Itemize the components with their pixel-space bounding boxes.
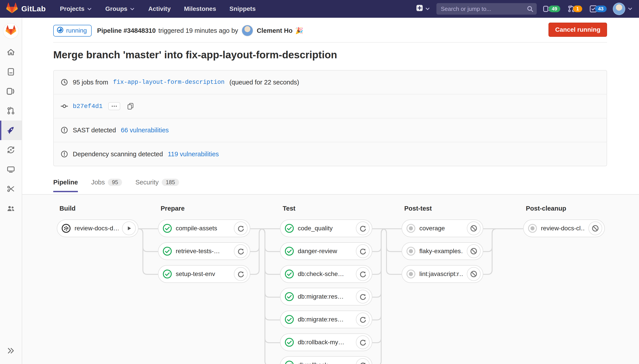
clock-icon xyxy=(61,79,68,86)
copy-commit-icon[interactable] xyxy=(127,103,134,110)
job-pill-db-migrate-res[interactable]: db:migrate:res… xyxy=(280,288,372,306)
nav-item-groups[interactable]: Groups xyxy=(105,5,135,12)
jobs-info-row: 95 jobs from fix-app-layout-form-descrip… xyxy=(54,70,607,94)
job-action-retry-button[interactable] xyxy=(234,222,248,235)
new-menu-button[interactable] xyxy=(416,4,430,13)
author-name[interactable]: Clement Ho xyxy=(257,27,292,34)
sidebar-item-repository[interactable] xyxy=(0,62,22,82)
author-emoji: 🎉 xyxy=(295,27,303,34)
pipeline-status-label: running xyxy=(66,27,87,34)
sidebar-item-merge-requests[interactable] xyxy=(0,101,22,120)
pipeline-title: Pipeline #34848310 triggered 19 minutes … xyxy=(97,25,303,36)
merge-request-side-icon xyxy=(7,106,15,115)
nav-item-milestones[interactable]: Milestones xyxy=(184,5,216,12)
sidebar-item-operations[interactable] xyxy=(0,140,22,160)
job-pill-db-migrate-res[interactable]: db:migrate:res… xyxy=(280,310,372,328)
job-action-cancel-button[interactable] xyxy=(588,222,602,235)
user-menu[interactable] xyxy=(613,3,633,15)
issues-counter[interactable]: 49 xyxy=(543,5,560,13)
commit-sha-link[interactable]: b27ef4d1 xyxy=(73,103,103,110)
job-action-cancel-button[interactable] xyxy=(467,244,481,258)
project-avatar[interactable] xyxy=(3,23,19,39)
gitlab-pipeline-page: GitLab ProjectsGroupsActivityMilestonesS… xyxy=(0,0,639,364)
job-label: review-docs-cl… xyxy=(541,225,585,232)
sidebar-item-snippets[interactable] xyxy=(0,179,22,199)
job-pill-review-docs-d[interactable]: review-docs-d… xyxy=(57,220,138,237)
pipeline-graph: Buildreview-docs-d…Preparecompile-assets… xyxy=(22,194,639,364)
job-pill-flaky-examples[interactable]: flaky-examples… xyxy=(402,242,483,260)
sidebar-expand-button[interactable] xyxy=(0,342,22,360)
sidebar-item-issues[interactable] xyxy=(0,82,22,101)
merge-requests-counter[interactable]: 1 xyxy=(567,5,582,13)
status-success-icon xyxy=(284,246,294,256)
header-divider xyxy=(53,42,607,42)
status-created-icon xyxy=(528,224,537,233)
job-action-retry-button[interactable] xyxy=(356,358,370,364)
sidebar-item-members[interactable] xyxy=(0,199,22,218)
job-action-retry-button[interactable] xyxy=(356,244,370,258)
sast-text: SAST detected xyxy=(73,126,116,134)
ops-icon xyxy=(7,146,15,154)
job-pill-setup-test-env[interactable]: setup-test-env xyxy=(158,265,250,283)
job-pill-lint-javascript-r[interactable]: lint:javascript:r… xyxy=(402,265,483,283)
job-pill-db-rollback[interactable]: db:rollback… xyxy=(280,356,372,364)
alert-circle-icon xyxy=(61,126,68,134)
job-action-retry-button[interactable] xyxy=(356,267,370,281)
author-avatar[interactable] xyxy=(242,25,253,36)
job-label: code_quality xyxy=(298,225,352,232)
job-pill-review-docs-cl[interactable]: review-docs-cl… xyxy=(523,220,605,237)
job-label: db:migrate:res… xyxy=(298,293,352,300)
tab-jobs[interactable]: Jobs95 xyxy=(91,179,122,192)
job-label: danger-review xyxy=(298,248,352,255)
pipeline-tabs: PipelineJobs95Security185 xyxy=(53,179,179,192)
tab-security[interactable]: Security185 xyxy=(135,179,179,192)
cancel-running-button[interactable]: Cancel running xyxy=(548,22,607,37)
nav-item-label: Groups xyxy=(105,5,128,12)
job-label: setup-test-env xyxy=(176,270,230,278)
job-pill-retrieve-tests[interactable]: retrieve-tests-… xyxy=(158,242,250,260)
job-action-retry-button[interactable] xyxy=(356,312,370,326)
job-action-cancel-button[interactable] xyxy=(467,267,481,281)
todos-counter[interactable]: 43 xyxy=(589,5,607,13)
job-action-play-button[interactable] xyxy=(122,222,136,235)
sast-vulnerabilities-link[interactable]: 66 vulnerabilities xyxy=(121,126,169,134)
gitlab-tanuki-icon xyxy=(6,3,18,15)
issues-icon xyxy=(7,87,15,96)
gitlab-logo-link[interactable]: GitLab xyxy=(0,3,46,15)
branch-link[interactable]: fix-app-layout-form-description xyxy=(113,79,224,86)
nav-item-projects[interactable]: Projects xyxy=(60,5,92,12)
nav-item-label: Milestones xyxy=(184,5,216,12)
stage-header-post-cleanup: Post-cleanup xyxy=(526,205,566,212)
job-action-retry-button[interactable] xyxy=(356,222,370,235)
sidebar-item-environments[interactable] xyxy=(0,160,22,179)
dependency-vulnerabilities-link[interactable]: 119 vulnerabilities xyxy=(168,150,219,158)
sidebar-item-ci-cd[interactable] xyxy=(0,120,22,140)
job-pill-danger-review[interactable]: danger-review xyxy=(280,242,372,260)
job-pill-coverage[interactable]: coverage xyxy=(402,220,483,237)
job-pill-db-rollback-my[interactable]: db:rollback-my… xyxy=(280,334,372,351)
job-action-retry-button[interactable] xyxy=(356,290,370,304)
search-input[interactable] xyxy=(436,3,537,15)
doc-icon xyxy=(7,68,15,76)
nav-menu: ProjectsGroupsActivityMilestonesSnippets xyxy=(60,5,256,12)
job-action-cancel-button[interactable] xyxy=(467,222,481,235)
nav-item-activity[interactable]: Activity xyxy=(148,5,171,12)
monitor-icon xyxy=(7,165,15,174)
sidebar-item-project-overview[interactable] xyxy=(0,42,22,62)
job-pill-compile-assets[interactable]: compile-assets xyxy=(158,220,250,237)
job-pill-db-check-sche[interactable]: db:check-sche… xyxy=(280,265,372,283)
job-action-retry-button[interactable] xyxy=(234,244,248,258)
nav-right-cluster: 49143 xyxy=(416,3,639,15)
nav-item-snippets[interactable]: Snippets xyxy=(229,5,256,12)
tab-pipeline[interactable]: Pipeline xyxy=(53,179,78,192)
job-label: lint:javascript:r… xyxy=(419,270,463,278)
status-success-icon xyxy=(162,269,172,279)
dependency-info-row: Dependency scanning detected 119 vulnera… xyxy=(54,142,607,166)
scissors-icon xyxy=(7,184,15,193)
job-action-retry-button[interactable] xyxy=(356,336,370,349)
todos-count-badge: 43 xyxy=(595,6,607,12)
commit-expander-button[interactable] xyxy=(108,102,120,110)
job-pill-code-quality[interactable]: code_quality xyxy=(280,220,372,237)
sast-info-row: SAST detected 66 vulnerabilities xyxy=(54,118,607,142)
job-action-retry-button[interactable] xyxy=(234,267,248,281)
